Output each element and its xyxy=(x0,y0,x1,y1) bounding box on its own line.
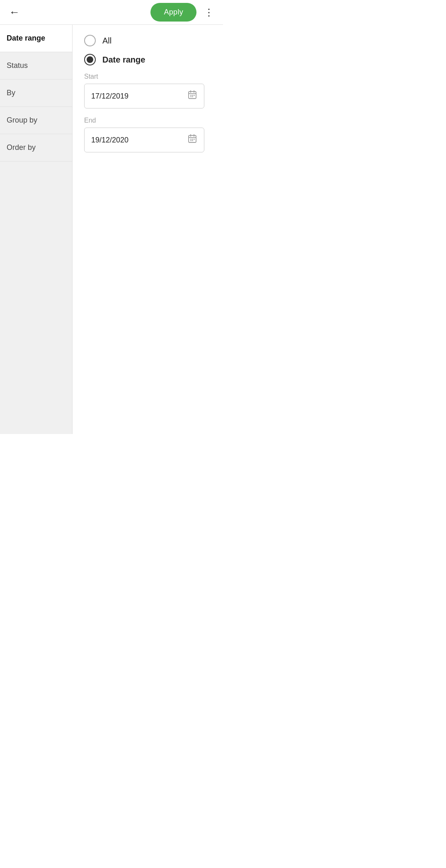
sidebar-item-date-range[interactable]: Date range xyxy=(0,25,72,52)
radio-date-range-circle xyxy=(84,54,96,65)
header-right: Apply ⋮ xyxy=(150,3,216,22)
svg-rect-14 xyxy=(192,139,193,140)
radio-all-option[interactable]: All xyxy=(84,35,211,46)
radio-all-label: All xyxy=(102,36,112,46)
end-date-input[interactable]: 19/12/2020 xyxy=(84,128,204,152)
end-date-value: 19/12/2020 xyxy=(91,136,187,145)
apply-button[interactable]: Apply xyxy=(150,3,196,22)
more-options-button[interactable]: ⋮ xyxy=(202,5,216,20)
sidebar: Date range Status By Group by Order by xyxy=(0,25,73,434)
svg-rect-13 xyxy=(190,139,191,140)
main-layout: Date range Status By Group by Order by A… xyxy=(0,25,223,434)
svg-rect-8 xyxy=(192,96,193,97)
start-label: Start xyxy=(84,73,211,80)
start-date-value: 17/12/2019 xyxy=(91,92,187,101)
svg-rect-15 xyxy=(194,139,195,140)
back-button[interactable]: ← xyxy=(7,4,22,20)
svg-rect-7 xyxy=(190,96,191,97)
sidebar-item-order-by[interactable]: Order by xyxy=(0,134,72,162)
header-left: ← xyxy=(7,4,22,20)
end-label: End xyxy=(84,117,211,124)
start-date-input[interactable]: 17/12/2019 xyxy=(84,84,204,108)
radio-date-range-label: Date range xyxy=(102,55,145,65)
svg-rect-5 xyxy=(192,95,193,96)
date-section: Start 17/12/2019 xyxy=(84,73,211,152)
header: ← Apply ⋮ xyxy=(0,0,223,25)
start-calendar-icon xyxy=(187,90,197,102)
sidebar-item-group-by[interactable]: Group by xyxy=(0,107,72,134)
content-area: All Date range Start 17/12/2019 xyxy=(73,25,223,434)
sidebar-item-status[interactable]: Status xyxy=(0,52,72,80)
radio-date-range-option[interactable]: Date range xyxy=(84,54,211,65)
end-calendar-icon xyxy=(187,134,197,146)
svg-rect-6 xyxy=(194,95,195,96)
radio-all-circle xyxy=(84,35,96,46)
svg-rect-17 xyxy=(192,140,193,141)
sidebar-item-by[interactable]: By xyxy=(0,80,72,107)
svg-rect-16 xyxy=(190,140,191,141)
svg-rect-4 xyxy=(190,95,191,96)
